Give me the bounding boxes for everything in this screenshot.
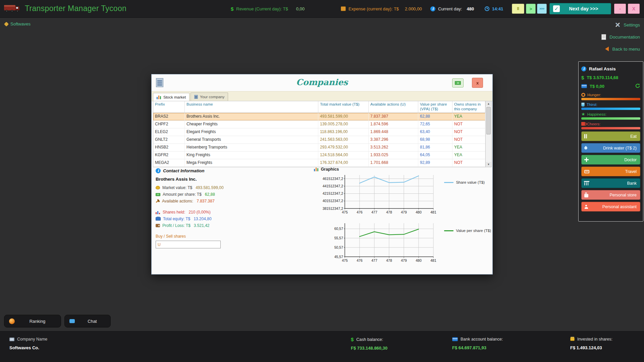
table-cell: 68,98 <box>418 136 452 143</box>
coins-icon <box>156 186 160 189</box>
table-cell: 493.581.599,00 <box>318 113 369 120</box>
revenue-label: Revenue (Current day): T$ <box>236 6 288 11</box>
scroll-up-arrow[interactable]: ▲ <box>486 101 491 106</box>
footer-cash-dollar-icon: $ <box>351 337 354 342</box>
nav-link-documentation[interactable]: Documentation <box>563 31 640 43</box>
revenue-dollar-icon: $ <box>231 6 233 11</box>
companies-window-titlebar[interactable]: Companies x <box>152 74 492 91</box>
nav-link-back-to-menu[interactable]: Back to menu <box>563 43 640 55</box>
footer-cash-group: $ Cash balance: F$ 733.148.860,30 <box>351 337 387 351</box>
graphics-heading: Graphics <box>321 167 339 172</box>
company-row-CHPF2[interactable]: CHPF2Cheaper Freights139.005.278,001.874… <box>153 121 485 128</box>
table-cell: NOT <box>452 128 485 136</box>
player-bank-row: T$ 0,00 <box>581 82 640 90</box>
stat-cheers: Cheers: <box>581 121 640 129</box>
footer-invested-label: Invested in shares: <box>577 337 612 342</box>
svg-text:461512347,2: 461512347,2 <box>323 177 343 181</box>
expense-indicator: Expense (current day): T$ 2.000,00 <box>341 0 422 17</box>
tab-stock-market-label: Stock market <box>163 95 186 99</box>
drink-icon <box>584 146 588 150</box>
company-row-GNLT2[interactable]: GNLT2General Transports241.563.563,003.3… <box>153 136 485 144</box>
money-button[interactable] <box>452 78 464 87</box>
contact-field-value: 13.204,80 <box>194 217 211 221</box>
expense-value: 2.000,00 <box>405 6 422 11</box>
play-button[interactable]: > <box>526 4 536 14</box>
contact-field-shares-held: Shares held:210 (0,00%) <box>156 209 266 216</box>
contact-field-profit-loss-t: Profit / Loss: T$3.521,42 <box>156 222 266 229</box>
nav-link-settings[interactable]: Settings <box>563 19 640 31</box>
value-per-share-legend: Value per share (T$) <box>444 229 491 233</box>
companies-close-button[interactable]: x <box>472 78 483 88</box>
invested-shares-icon <box>570 338 575 341</box>
happiness-icon <box>581 112 585 116</box>
svg-text:477: 477 <box>372 258 378 262</box>
back-arrow-icon <box>605 47 609 51</box>
wallet-icon <box>156 224 160 227</box>
svg-text:476: 476 <box>357 210 363 214</box>
svg-text:50,57: 50,57 <box>334 245 343 249</box>
contact-info-icon <box>156 168 161 173</box>
shares-icon <box>156 210 160 214</box>
table-cell: Cheaper Freights <box>185 121 318 128</box>
company-row-ELEG2[interactable]: ELEG2Elegant Freights118.863.196,001.869… <box>153 128 485 136</box>
stat-bar-fill <box>581 127 640 129</box>
footer-bank-value: F$ 64.697.871,93 <box>452 345 503 350</box>
contact-field-label: Total equity: T$ <box>163 217 190 221</box>
nav-links: SettingsDocumentationBack to menu <box>563 19 640 55</box>
svg-text:481: 481 <box>431 258 437 262</box>
footer-bank-group: Bank account balance: F$ 64.697.871,93 <box>452 337 503 350</box>
tab-stock-market[interactable]: Stock market <box>153 93 190 101</box>
table-cell: 293.479.532,00 <box>318 144 369 151</box>
stat-label-row: Thirst: <box>581 102 640 107</box>
action-personal-assistant[interactable]: Personal assistant <box>581 202 640 212</box>
action-drink-water-t-2[interactable]: Drink water (T$ 2) <box>581 143 640 153</box>
next-day-label: Next day >>> <box>560 6 607 11</box>
doctor-icon <box>584 158 589 162</box>
action-personal-store[interactable]: Personal store <box>581 190 640 200</box>
table-cell: 81,86 <box>418 144 452 151</box>
action-bank[interactable]: Bank <box>581 178 640 188</box>
table-scrollbar[interactable]: ▲ ▼ <box>485 101 491 167</box>
chat-button[interactable]: Chat <box>64 315 111 327</box>
refresh-icon[interactable] <box>635 83 640 89</box>
svg-text:401512347,2: 401512347,2 <box>323 199 343 203</box>
your-company-icon <box>194 95 198 99</box>
eat-icon <box>584 134 585 138</box>
minimize-window-button[interactable]: - <box>614 4 626 14</box>
share-value-chart: 475476477478479480481461512347,244151234… <box>316 173 441 220</box>
fast-forward-button[interactable]: >>> <box>537 4 547 14</box>
contact-information-panel: Contact Information Brothers Assis Inc. … <box>153 164 266 273</box>
company-badge-icon <box>9 338 14 341</box>
action-eat[interactable]: Eat <box>581 131 640 141</box>
expense-label: Expense (current day): T$ <box>348 6 399 11</box>
scrollbar-thumb[interactable] <box>486 107 491 134</box>
action-doctor[interactable]: Doctor <box>581 155 640 165</box>
share-value-chart-row: 475476477478479480481461512347,244151234… <box>266 173 491 220</box>
tab-your-company[interactable]: Your company <box>191 93 228 101</box>
ranking-button-label: Ranking <box>19 319 56 324</box>
company-row-HNSB2[interactable]: HNSB2Heisenberg Transports293.479.532,00… <box>153 144 485 152</box>
company-row-KGFR2[interactable]: KGFR2King Freights124.518.564,001.933.02… <box>153 152 485 159</box>
ranking-button[interactable]: Ranking <box>4 315 61 327</box>
map-company-tag[interactable]: Softwaves <box>5 21 31 26</box>
stat-label-row: Happiness: <box>581 112 640 117</box>
action-travel[interactable]: Travel <box>581 167 640 176</box>
table-cell: Elegant Freights <box>185 128 318 136</box>
stat-label-row: Cheers: <box>581 121 640 126</box>
contact-information-heading-row: Contact Information <box>156 168 266 173</box>
revenue-indicator: $ Revenue (Current day): T$ 0,00 <box>231 0 305 17</box>
footer-bank-card-icon <box>452 337 458 341</box>
company-row-BRAS2[interactable]: BRAS2Brothers Assis Inc.493.581.599,007.… <box>153 113 485 121</box>
ranking-ball-icon <box>9 318 15 324</box>
buy-sell-input[interactable] <box>156 241 221 248</box>
graphics-heading-row: Graphics <box>314 167 491 172</box>
pause-button[interactable]: II <box>512 4 524 14</box>
player-stats: Hunger:Thirst:Happiness:Cheers: <box>581 92 640 129</box>
close-window-button[interactable]: X <box>628 4 640 14</box>
table-cell: YEA <box>452 152 485 159</box>
bank-card-icon <box>581 84 587 88</box>
current-day-label: Current day: <box>438 6 462 11</box>
stat-bar <box>581 117 640 120</box>
next-day-button[interactable]: Next day >>> <box>549 3 611 14</box>
share-value-legend-label: Share value (T$) <box>456 180 485 184</box>
